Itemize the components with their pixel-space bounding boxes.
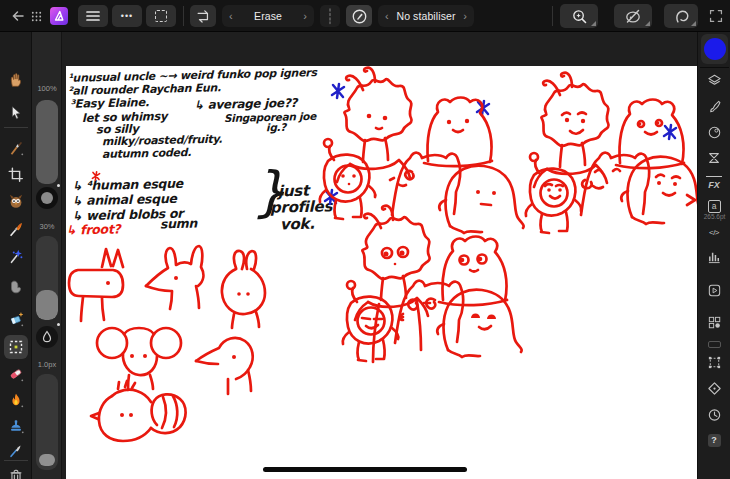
opacity-percentage-label: 30% <box>32 222 62 231</box>
pixel-select-icon <box>6 337 26 357</box>
brush-width-label: 1.0px <box>32 360 62 369</box>
transform-panel-button[interactable] <box>706 354 722 370</box>
stabiliser-target-icon <box>351 8 368 25</box>
divider <box>4 127 28 128</box>
brush-settings-rail: 100% 30% 1.0px <box>32 32 62 479</box>
brush-preview-button[interactable] <box>320 5 340 27</box>
cursor-icon <box>7 104 25 122</box>
drawing-app-window: { "colors": { "ink_red": "#e8190f", "ink… <box>0 0 730 479</box>
divider <box>4 460 28 461</box>
grid-icon <box>30 10 43 23</box>
chevron-left-icon[interactable]: ‹ <box>385 11 389 22</box>
fullscreen-button[interactable] <box>706 5 726 27</box>
transform-loop-icon <box>195 8 211 24</box>
snapping-button[interactable] <box>664 4 698 28</box>
stamp-tool[interactable] <box>6 416 26 436</box>
macro-panel-button[interactable] <box>706 282 722 298</box>
delete-button[interactable] <box>6 466 26 479</box>
slider-knob[interactable] <box>36 187 58 209</box>
magnifier-icon <box>571 8 588 25</box>
stabiliser-selector[interactable]: ‹ No stabiliser › <box>378 5 474 27</box>
capsule-eraser-tool[interactable] <box>6 364 26 384</box>
help-button[interactable]: ? <box>706 432 722 448</box>
colour-panel-button[interactable] <box>706 124 722 140</box>
channels-panel-button[interactable] <box>706 314 722 330</box>
back-arrow-icon <box>11 9 25 23</box>
opacity-fill <box>36 290 58 320</box>
chevron-right-icon[interactable]: › <box>303 11 307 22</box>
chevron-right-icon[interactable]: › <box>463 11 467 22</box>
pixel-tool-selected[interactable] <box>4 335 28 359</box>
zoom-slider[interactable] <box>36 100 58 184</box>
paint-brush-tool[interactable] <box>6 138 26 158</box>
select-button[interactable] <box>146 5 176 27</box>
more-button[interactable]: ••• <box>112 5 142 27</box>
owl-icon <box>7 193 25 211</box>
crop-tool[interactable] <box>6 165 26 185</box>
doodle-group-lidded <box>343 206 522 362</box>
move-tool[interactable] <box>6 103 26 123</box>
home-indicator[interactable] <box>263 467 467 472</box>
horse-doodle <box>69 249 123 321</box>
menu-button[interactable] <box>78 5 108 27</box>
knob-dot <box>41 192 53 204</box>
texture-brush-tool[interactable] <box>6 219 26 239</box>
hamburger-icon <box>86 10 100 22</box>
typography-icon: a <box>708 200 721 213</box>
back-to-documents-button[interactable] <box>8 5 46 27</box>
arrange-panel-button[interactable] <box>706 380 722 396</box>
palette-icon <box>624 7 642 25</box>
trash-icon <box>7 467 25 479</box>
transform-button[interactable] <box>190 5 216 27</box>
crop-icon <box>7 166 25 184</box>
magic-wand-icon <box>7 247 25 265</box>
help-icon: ? <box>708 434 721 447</box>
koala-doodle <box>97 328 181 390</box>
brush-stroke-preview-icon <box>326 7 334 25</box>
history-clock-icon <box>707 407 722 422</box>
eraser-sparkle-icon <box>7 310 25 328</box>
flame-icon <box>7 391 25 409</box>
brushes-panel-button[interactable] <box>706 98 722 114</box>
chevron-left-icon[interactable]: ‹ <box>229 11 233 22</box>
subtool-notch <box>645 21 650 26</box>
hand-pan-tool[interactable] <box>6 70 26 90</box>
marquee-icon <box>155 10 167 22</box>
erase-mode-selector[interactable]: ‹ Erase › <box>222 5 314 27</box>
red-asterisk <box>92 172 99 180</box>
width-slider[interactable] <box>36 374 58 470</box>
layers-panel-button[interactable] <box>706 72 722 88</box>
typography-panel-button[interactable]: a <box>706 198 722 214</box>
zoom-tool-button[interactable] <box>560 4 598 28</box>
histogram-panel-button[interactable] <box>706 248 722 264</box>
smudge-blob-icon <box>7 278 25 296</box>
blue-asterisk <box>325 84 676 204</box>
flame-tool[interactable] <box>6 390 26 410</box>
play-icon <box>707 283 722 298</box>
zoom-percentage-label: 100% <box>32 84 62 93</box>
history-panel-button[interactable] <box>706 406 722 422</box>
sketch-layer <box>66 66 697 479</box>
tones-panel-button[interactable] <box>706 150 722 166</box>
smudge-tool[interactable] <box>6 277 26 297</box>
modified-dot <box>57 323 60 326</box>
fx-panel-button[interactable]: FX <box>706 176 722 192</box>
divider <box>183 6 184 26</box>
code-panel-button[interactable]: </> <box>706 224 722 240</box>
color-pick-button[interactable] <box>614 4 652 28</box>
opacity-droplet-button[interactable] <box>36 326 58 348</box>
top-toolbar: ••• ‹ Erase › ‹ No stabiliser › <box>0 0 730 32</box>
drawing-canvas[interactable]: ¹unusual uncle ~→ weird funko pop igners… <box>66 66 697 479</box>
magic-wand-tool[interactable] <box>6 246 26 266</box>
app-logo-icon[interactable] <box>50 7 68 25</box>
divider <box>700 67 729 68</box>
red-edge-arrow <box>687 195 695 205</box>
snapping-magnet-icon <box>673 8 689 25</box>
opacity-slider[interactable] <box>36 236 58 320</box>
eraser-tool[interactable] <box>6 309 26 329</box>
stabiliser-toggle-button[interactable] <box>346 5 372 27</box>
detail-brush-tool[interactable] <box>6 440 26 460</box>
color-swatch-button[interactable] <box>701 34 728 64</box>
stabiliser-label: No stabiliser <box>396 10 455 22</box>
owl-clone-tool[interactable] <box>6 192 26 212</box>
